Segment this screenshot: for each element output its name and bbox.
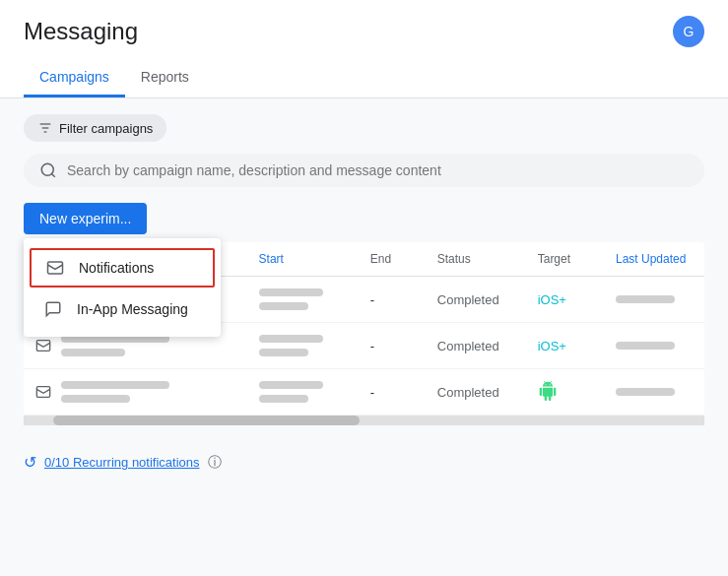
- col-header-start[interactable]: Start: [247, 242, 359, 277]
- last-updated-cell: [604, 277, 704, 323]
- svg-rect-8: [36, 387, 49, 398]
- status-cell: Completed: [426, 277, 526, 323]
- last-updated-blurred: [616, 295, 675, 303]
- status-badge: Completed: [437, 339, 499, 353]
- last-updated-cell: [604, 323, 704, 369]
- new-experiment-button[interactable]: New experim...: [24, 203, 147, 234]
- search-bar: [24, 154, 704, 187]
- end-cell: -: [359, 323, 426, 369]
- notifications-label: Notifications: [79, 260, 154, 276]
- header: Messaging G Campaigns Reports: [0, 0, 728, 98]
- avatar[interactable]: G: [673, 16, 704, 47]
- campaign-type-icon: [35, 338, 51, 353]
- last-updated-cell: [604, 369, 704, 416]
- filter-icon: [37, 120, 53, 136]
- end-cell: -: [359, 277, 426, 323]
- target-cell: iOS+: [526, 323, 604, 369]
- col-header-end: End: [359, 242, 426, 277]
- recurring-notifications-link[interactable]: 0/10 Recurring notifications: [44, 455, 200, 470]
- campaign-desc-blurred: [61, 349, 125, 356]
- action-area: New experim... Notifications: [24, 203, 704, 234]
- start-date-blurred: [259, 381, 323, 389]
- campaign-text: [61, 379, 169, 405]
- start-cell: [247, 323, 359, 369]
- status-cell: Completed: [426, 369, 526, 416]
- col-header-target: Target: [526, 242, 604, 277]
- help-icon[interactable]: ⓘ: [208, 454, 222, 472]
- svg-rect-7: [36, 341, 49, 352]
- start-time-blurred: [259, 395, 308, 403]
- start-time-blurred: [259, 349, 308, 356]
- col-header-status: Status: [426, 242, 526, 277]
- dropdown-item-in-app-messaging[interactable]: In-App Messaging: [24, 289, 221, 329]
- page-title: Messaging: [24, 18, 138, 45]
- start-cell: [247, 277, 359, 323]
- start-date-blurred: [259, 335, 323, 343]
- dropdown-item-notifications[interactable]: Notifications: [30, 248, 215, 288]
- search-input[interactable]: [67, 162, 689, 178]
- notification-menu-icon: [45, 258, 65, 278]
- campaign-desc-blurred: [61, 395, 130, 403]
- status-badge: Completed: [437, 292, 499, 307]
- last-updated-blurred: [616, 388, 675, 396]
- target-cell: [526, 369, 604, 416]
- end-cell: -: [359, 369, 426, 416]
- search-icon: [39, 161, 57, 179]
- scrollbar-track: [24, 416, 704, 425]
- target-badge-android: [538, 381, 558, 401]
- target-cell: iOS+: [526, 277, 604, 323]
- start-cell: [247, 369, 359, 416]
- scrollbar-thumb[interactable]: [53, 416, 360, 425]
- status-cell: Completed: [426, 323, 526, 369]
- campaign-name-blurred: [61, 381, 169, 389]
- main-content: Filter campaigns New experim... Notifica…: [0, 98, 728, 441]
- tab-reports[interactable]: Reports: [125, 59, 205, 97]
- filter-campaigns-button[interactable]: Filter campaigns: [24, 114, 166, 142]
- filter-bar: Filter campaigns: [24, 114, 704, 142]
- svg-line-4: [51, 173, 54, 176]
- page-title-bar: Messaging G: [24, 16, 704, 59]
- tabs-bar: Campaigns Reports: [24, 59, 704, 97]
- horizontal-scrollbar[interactable]: ◀: [24, 416, 704, 425]
- target-badge-ios: iOS+: [538, 339, 566, 353]
- in-app-messaging-label: In-App Messaging: [77, 301, 188, 317]
- svg-rect-5: [48, 262, 63, 274]
- campaign-type-icon: [35, 384, 51, 400]
- table-row: - Completed: [24, 369, 704, 416]
- footer: ↺ 0/10 Recurring notifications ⓘ: [0, 441, 728, 483]
- start-time-blurred: [259, 302, 308, 310]
- col-header-last-updated[interactable]: Last Updated: [604, 242, 704, 277]
- target-badge-ios: iOS+: [538, 292, 566, 307]
- status-badge: Completed: [437, 385, 499, 400]
- last-updated-blurred: [616, 342, 675, 350]
- start-date-blurred: [259, 288, 323, 296]
- refresh-icon[interactable]: ↺: [24, 453, 36, 472]
- in-app-messaging-icon: [43, 299, 63, 319]
- tab-campaigns[interactable]: Campaigns: [24, 59, 125, 97]
- dropdown-menu: Notifications In-App Messaging: [24, 238, 221, 337]
- svg-point-3: [41, 163, 53, 175]
- campaign-cell: [24, 369, 247, 416]
